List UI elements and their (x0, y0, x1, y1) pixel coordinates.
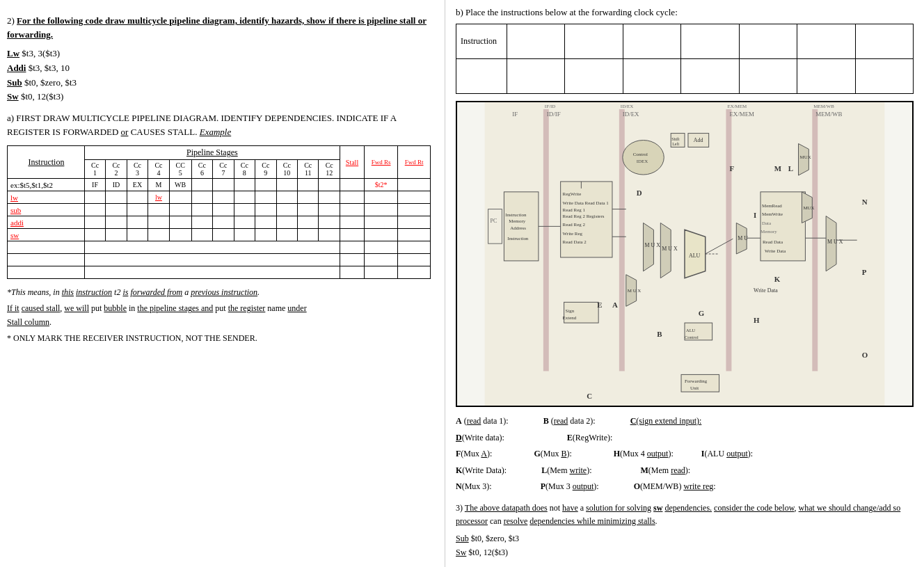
legend-L: L(Mem write): (541, 463, 591, 479)
legend-row-4: K(Write Data): L(Mem write): M(Mem read)… (456, 463, 914, 479)
datapath-diagram: IF ID/IF ID/EX EX/MEM MEM/WB PC Instruct… (456, 101, 914, 407)
r3-cc8 (234, 216, 255, 229)
r5-fwd-rs (365, 241, 398, 254)
svg-text:ALU: ALU (686, 328, 696, 333)
r5-stall (340, 241, 364, 254)
table-row-6 (8, 254, 431, 266)
r4-stall (340, 229, 364, 241)
ex-cc5: WB (169, 179, 191, 191)
r3-cc6 (191, 216, 212, 229)
svg-text:Shift: Shift (671, 137, 680, 141)
instr-cell-1 (456, 59, 507, 94)
cc6: Cc6 (191, 160, 212, 179)
r5-fwd-rt (398, 241, 431, 254)
r1-cc6 (191, 191, 212, 204)
cc12: Cc12 (319, 160, 340, 179)
ex-cc2: ID (106, 179, 127, 191)
row6-instr (8, 254, 85, 266)
svg-text:M
U
X: M U X (662, 246, 678, 252)
svg-text:B: B (657, 330, 662, 338)
svg-text:Write Data Read Data 1: Write Data Read Data 1 (563, 200, 610, 205)
instr-data-1-2 (565, 59, 623, 94)
note-line1: *This means, in this instruction t2 is f… (7, 286, 431, 299)
col-7 (855, 24, 913, 59)
svg-text:Forwarding: Forwarding (685, 378, 708, 383)
svg-text:C: C (587, 392, 592, 400)
section-a-text: a) FIRST DRAW MULTICYCLE PIPELINE DIAGRA… (7, 113, 396, 137)
code-block: Lw $t3, 3($t3) Addi $t3, $t3, 10 Sub $t0… (7, 47, 431, 104)
r1-fwd-rs (365, 191, 398, 204)
instr-data-1-4 (681, 59, 739, 94)
r4-cc5 (169, 229, 191, 241)
r3-cc7 (213, 216, 234, 229)
svg-text:MEM/WB: MEM/WB (813, 104, 834, 109)
r7-fwd-rt (398, 266, 431, 279)
instr-data-1-3 (623, 59, 680, 94)
legend-G: G(Mux B): (534, 447, 571, 462)
r4-cc12 (319, 229, 340, 241)
svg-text:Read Data 2: Read Data 2 (563, 239, 587, 244)
svg-text:EX/MEM: EX/MEM (727, 104, 747, 109)
cc5: CC5 (169, 160, 191, 179)
example-row: ex:$t5,$t1,$t2 IF ID EX M WB $t2* (8, 179, 431, 191)
svg-text:EX/MEM: EX/MEM (729, 111, 754, 118)
legend-P: P(Mux 3 output): (541, 479, 599, 495)
col-4 (681, 24, 739, 59)
svg-text:RegWrite: RegWrite (563, 191, 582, 196)
legend-F: F(Mux A): (456, 447, 492, 462)
r3-cc10 (276, 216, 297, 229)
svg-text:MUX: MUX (799, 154, 811, 159)
row4-instr: sw (8, 229, 85, 241)
r7-fwd-rs (365, 266, 398, 279)
r1-cc12 (319, 191, 340, 204)
r2-cc8 (234, 204, 255, 216)
r2-cc7 (213, 204, 234, 216)
r3-cc2 (106, 216, 127, 229)
r1-cc8 (234, 191, 255, 204)
svg-text:M
U
X: M U X (645, 242, 661, 248)
r3-fwd-rt (398, 216, 431, 229)
table-row-4: sw (8, 229, 431, 241)
r4-cc2 (106, 229, 127, 241)
svg-text:P: P (862, 268, 867, 276)
r4-fwd-rt (398, 229, 431, 241)
legend-O: O(MEM/WB) write reg: (634, 479, 716, 495)
q2-number: 2) (7, 15, 15, 26)
svg-text:H: H (754, 316, 760, 324)
svg-text:M
U: M U (738, 235, 748, 241)
svg-text:K: K (774, 275, 781, 283)
section-b-title: b) Place the instructions below at the f… (456, 7, 914, 18)
r1-cc5 (169, 191, 191, 204)
r2-cc4 (148, 204, 169, 216)
ex-cc1: IF (84, 179, 105, 191)
cc2: Cc2 (106, 160, 127, 179)
q3-code-line-2: Sw $t0, 12($t3) (456, 546, 914, 559)
svg-text:Memory: Memory (760, 229, 777, 234)
ex-cc11 (298, 179, 319, 191)
svg-text:Write Reg: Write Reg (563, 231, 583, 236)
q3-intro: 3) The above datapath does not have a so… (456, 502, 914, 528)
svg-rect-2 (619, 109, 625, 372)
svg-text:IF: IF (512, 111, 518, 118)
legend-row-2: D(Write data): E(RegWrite): (456, 431, 914, 446)
col-6 (797, 24, 855, 59)
cc8: Cc8 (234, 160, 255, 179)
svg-text:F: F (729, 164, 734, 173)
svg-text:ALU: ALU (689, 253, 701, 259)
datapath-svg: IF ID/IF ID/EX EX/MEM MEM/WB PC Instruct… (457, 102, 912, 406)
legend-row-1: A (read data 1): B (read data 2): C(sign… (456, 414, 914, 429)
svg-text:Extend: Extend (563, 315, 577, 320)
section-a-title: a) FIRST DRAW MULTICYCLE PIPELINE DIAGRA… (7, 111, 431, 138)
svg-text:MUX: MUX (803, 205, 814, 210)
svg-text:Instruction: Instruction (505, 212, 527, 217)
r1-cc11 (298, 191, 319, 204)
note-line4: * ONLY MARK THE RECEIVER INSTRUCTION, NO… (7, 332, 431, 345)
question3: 3) The above datapath does not have a so… (456, 502, 914, 559)
instr-table-header: Instruction (456, 24, 507, 59)
r6-stages (84, 254, 340, 266)
svg-text:IF/ID: IF/ID (545, 104, 555, 109)
legend-section: A (read data 1): B (read data 2): C(sign… (456, 414, 914, 495)
svg-rect-4 (812, 109, 818, 372)
r5-stages (84, 241, 340, 254)
pipeline-stages-header: Pipeline Stages (84, 146, 340, 160)
